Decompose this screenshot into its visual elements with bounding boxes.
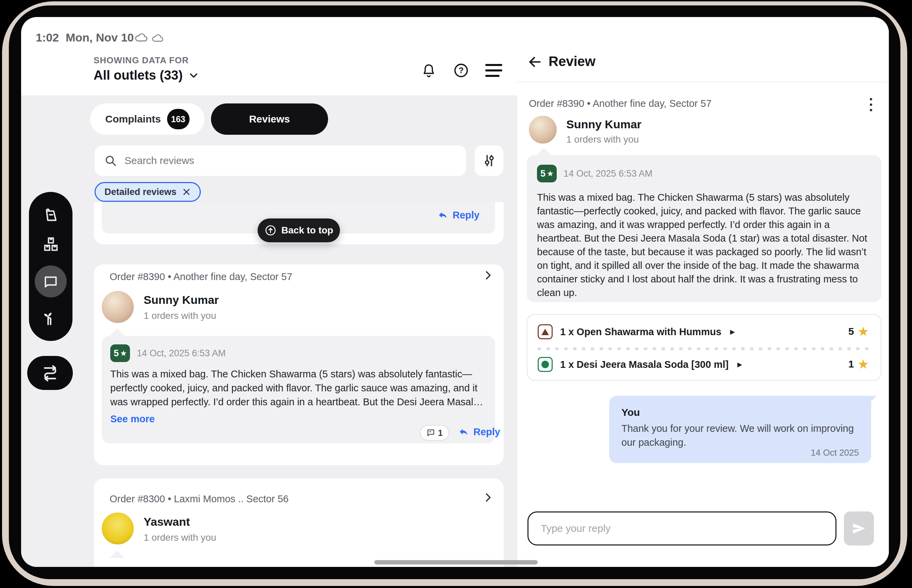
see-more-link[interactable]: See more (110, 414, 155, 425)
filter-button[interactable] (475, 145, 503, 176)
star-icon: ★ (858, 358, 868, 370)
detail-orders-with-you: 1 orders with you (566, 134, 639, 145)
app-screen: 1:02 Mon, Nov 10 6 21 SHOWING DATA FOR A… (21, 17, 889, 567)
switch-app-button[interactable] (27, 356, 73, 390)
order-item[interactable]: 1 x Open Shawarma with Hummus ▶ (538, 324, 735, 340)
star-icon: ★ (121, 350, 127, 357)
reply-button[interactable]: Reply (458, 426, 500, 438)
status-time: 1:02 (36, 31, 59, 44)
sidebar-item-hyperpure[interactable] (42, 310, 60, 327)
sidebar-item-reviews-selected[interactable] (35, 265, 67, 297)
sidebar-item-orders[interactable] (42, 205, 60, 223)
order-items-card: 1 x Open Shawarma with Hummus ▶ 5★ 1 x D… (527, 314, 881, 381)
customer-avatar (102, 291, 134, 323)
rating-badge: 5★ (537, 165, 557, 183)
caret-right-icon: ▶ (730, 328, 735, 336)
item-name: 1 x Open Shawarma with Hummus (560, 326, 722, 338)
detail-customer-name: Sunny Kumar (566, 118, 641, 131)
cloud-icon (134, 31, 149, 43)
item-rating: 5★ (848, 326, 868, 337)
order-line: Order #8300 • Laxmi Momos .. Sector 56 (110, 493, 289, 505)
detail-order-line: Order #8390 • Another fine day, Sector 5… (529, 98, 712, 109)
menu-button[interactable] (485, 64, 502, 77)
star-icon: ★ (547, 170, 553, 177)
review-excerpt: This was a mixed bag. The Chicken Shawar… (110, 367, 487, 409)
plant-h-icon (42, 310, 60, 327)
order-item[interactable]: 1 x Desi Jeera Masala Soda [300 ml] ▶ (538, 356, 742, 373)
veg-icon (538, 357, 553, 372)
close-icon[interactable] (182, 187, 191, 196)
orders-bag-icon (42, 205, 60, 223)
review-card[interactable]: Order #8300 • Laxmi Momos .. Sector 56 Y… (94, 478, 504, 567)
star-icon: ★ (858, 326, 868, 337)
back-to-top-label: Back to top (281, 225, 333, 236)
review-timestamp: 14 Oct, 2025 6:53 AM (137, 348, 226, 359)
reply-count-pill[interactable]: 1 (420, 425, 449, 441)
bell-icon (421, 63, 437, 78)
reply-button[interactable]: Reply (437, 210, 479, 221)
help-button[interactable]: ? (452, 61, 470, 79)
filter-sliders-icon (481, 153, 497, 168)
arrow-up-circle-icon (265, 224, 277, 236)
reply-count: 1 (438, 428, 443, 438)
hub-boxes-icon (42, 236, 60, 253)
speech-pointer (536, 148, 551, 155)
chat-bubble-icon (42, 273, 59, 290)
detail-review-body: 5★ 14 Oct, 2025 6:53 AM This was a mixed… (527, 155, 881, 302)
swap-arrows-icon (40, 363, 60, 383)
status-date: Mon, Nov 10 (66, 31, 134, 44)
detailed-reviews-chip[interactable]: Detailed reviews (95, 182, 201, 202)
review-card[interactable]: Order #8390 • Another fine day, Sector 5… (94, 264, 504, 465)
back-to-top-button[interactable]: Back to top (258, 218, 340, 242)
more-options-button[interactable] (870, 98, 872, 111)
orders-with-you: 1 orders with you (144, 310, 216, 321)
outlet-selector-label: All outlets (33) (94, 68, 183, 83)
reply-icon (437, 210, 449, 221)
question-circle-icon: ? (453, 62, 469, 79)
non-veg-icon (538, 324, 553, 339)
cloud-icon (152, 33, 165, 43)
search-bar[interactable] (95, 145, 466, 176)
speech-pointer (110, 551, 124, 558)
caret-right-icon: ▶ (738, 361, 742, 368)
reply-input-box[interactable] (528, 511, 836, 546)
send-button[interactable] (844, 511, 874, 546)
sidebar-item-hub[interactable] (42, 236, 60, 253)
notifications-button[interactable] (420, 61, 437, 79)
chevron-right-icon[interactable] (482, 269, 494, 281)
complaints-count-badge: 163 (167, 109, 190, 129)
tab-reviews[interactable]: Reviews (211, 103, 328, 135)
review-body: 5★ 14 Oct, 2025 6:53 AM This was a mixed… (102, 336, 495, 443)
customer-avatar (529, 116, 557, 144)
reply-date: 14 Oct 2025 (810, 447, 859, 458)
reply-input[interactable] (540, 522, 824, 535)
speech-pointer (110, 328, 124, 336)
send-icon (851, 521, 867, 536)
divider (517, 82, 889, 82)
chevron-right-icon[interactable] (482, 491, 494, 504)
outlet-selector[interactable]: All outlets (33) (94, 68, 200, 83)
dotted-divider (538, 347, 872, 350)
detail-review-text: This was a mixed bag. The Chicken Shawar… (537, 191, 869, 299)
search-input[interactable] (124, 155, 457, 167)
detail-title: Review (549, 54, 596, 69)
svg-text:?: ? (459, 66, 464, 75)
reviews-list-panel: Complaints 163 Reviews Detailed reviews (21, 95, 517, 567)
detail-review-timestamp: 14 Oct, 2025 6:53 AM (563, 168, 652, 179)
tab-complaints-label: Complaints (105, 113, 161, 125)
tab-reviews-label: Reviews (249, 113, 290, 125)
reply-author: You (621, 407, 640, 418)
customer-name: Yaswant (144, 515, 190, 528)
back-button[interactable] (527, 54, 543, 70)
gesture-bar[interactable] (374, 560, 538, 565)
chevron-down-icon (187, 69, 200, 82)
chip-label: Detailed reviews (105, 187, 177, 197)
reply-icon (458, 427, 469, 438)
item-rating: 1★ (848, 358, 868, 370)
orders-with-you: 1 orders with you (144, 532, 216, 543)
tab-complaints[interactable]: Complaints 163 (90, 103, 205, 135)
showing-data-label: SHOWING DATA FOR (94, 55, 189, 66)
item-name: 1 x Desi Jeera Masala Soda [300 ml] (560, 359, 729, 370)
comment-icon (426, 428, 435, 437)
rating-badge: 5★ (110, 344, 130, 362)
